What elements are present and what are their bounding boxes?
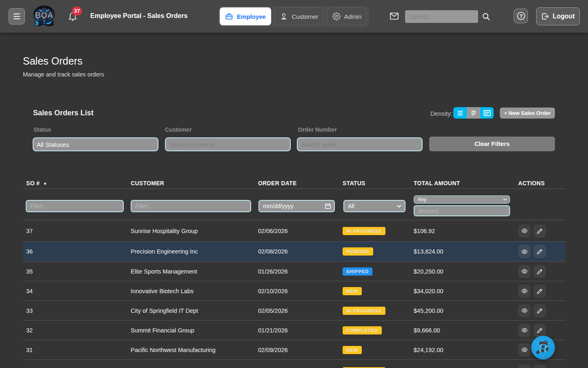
svg-text:?: ? <box>519 13 523 19</box>
svg-text:BOA: BOA <box>35 11 53 20</box>
